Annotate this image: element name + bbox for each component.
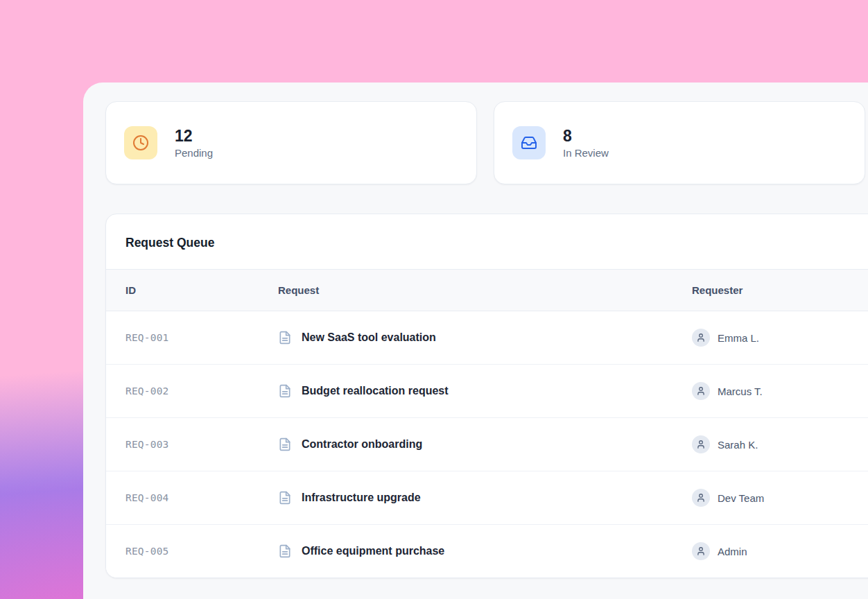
in-review-count: 8 xyxy=(563,127,609,145)
request-title: Contractor onboarding xyxy=(302,438,422,451)
column-header-request: Request xyxy=(278,284,692,296)
request-id: REQ-001 xyxy=(125,332,278,343)
stat-text: 8 In Review xyxy=(563,127,609,159)
file-text-icon xyxy=(278,331,292,345)
requester-name: Marcus T. xyxy=(718,385,763,397)
file-text-icon xyxy=(278,544,292,558)
table-row[interactable]: REQ-004 Infrastructure upgrade Dev Team xyxy=(106,471,868,525)
avatar xyxy=(692,489,710,507)
request-id: REQ-002 xyxy=(125,385,278,397)
avatar xyxy=(692,435,710,453)
table-row[interactable]: REQ-002 Budget reallocation request Marc… xyxy=(106,365,868,418)
requester-cell: Emma L. xyxy=(692,329,868,347)
request-cell: Office equipment purchase xyxy=(278,544,692,558)
table-row[interactable]: REQ-003 Contractor onboarding Sarah K. xyxy=(106,418,868,471)
request-title: New SaaS tool evaluation xyxy=(302,331,436,344)
request-queue-card: Request Queue ID Request Requester REQ-0… xyxy=(105,214,868,578)
pending-count: 12 xyxy=(175,127,213,145)
avatar xyxy=(692,329,710,347)
file-text-icon xyxy=(278,491,292,505)
inbox-icon xyxy=(512,126,546,159)
request-id: REQ-004 xyxy=(125,492,278,503)
requester-name: Emma L. xyxy=(718,332,759,344)
pending-label: Pending xyxy=(175,147,213,159)
avatar xyxy=(692,542,710,560)
clock-icon xyxy=(124,126,157,159)
stat-text: 12 Pending xyxy=(175,127,213,159)
table-row[interactable]: REQ-001 New SaaS tool evaluation Emma L. xyxy=(106,311,868,365)
request-id: REQ-005 xyxy=(125,546,278,557)
file-text-icon xyxy=(278,437,292,451)
requester-cell: Marcus T. xyxy=(692,382,868,400)
requester-cell: Admin xyxy=(692,542,868,560)
request-title: Infrastructure upgrade xyxy=(302,492,421,504)
requester-name: Sarah K. xyxy=(718,439,758,451)
request-cell: Infrastructure upgrade xyxy=(278,491,692,505)
requester-name: Dev Team xyxy=(718,492,764,504)
main-panel: 12 Pending 8 In Review Request Queue ID … xyxy=(83,83,868,599)
requester-cell: Sarah K. xyxy=(692,435,868,453)
in-review-label: In Review xyxy=(563,147,609,159)
column-header-id: ID xyxy=(125,284,278,296)
request-id: REQ-003 xyxy=(125,439,278,450)
stat-card-in-review: 8 In Review xyxy=(494,101,865,184)
request-cell: New SaaS tool evaluation xyxy=(278,331,692,345)
table-row[interactable]: REQ-005 Office equipment purchase Admin xyxy=(106,525,868,578)
stats-row: 12 Pending 8 In Review xyxy=(105,101,868,184)
request-title: Budget reallocation request xyxy=(302,385,449,397)
request-cell: Budget reallocation request xyxy=(278,384,692,398)
column-header-requester: Requester xyxy=(692,284,868,296)
avatar xyxy=(692,382,710,400)
request-title: Office equipment purchase xyxy=(302,545,444,557)
file-text-icon xyxy=(278,384,292,398)
dashboard-screen: { "stats": [ { "value": "12", "label": "… xyxy=(0,0,868,599)
stat-card-pending: 12 Pending xyxy=(105,101,477,184)
queue-title: Request Queue xyxy=(106,214,868,269)
requester-cell: Dev Team xyxy=(692,489,868,507)
request-cell: Contractor onboarding xyxy=(278,437,692,451)
table-header-row: ID Request Requester xyxy=(106,269,868,311)
requester-name: Admin xyxy=(718,546,747,557)
